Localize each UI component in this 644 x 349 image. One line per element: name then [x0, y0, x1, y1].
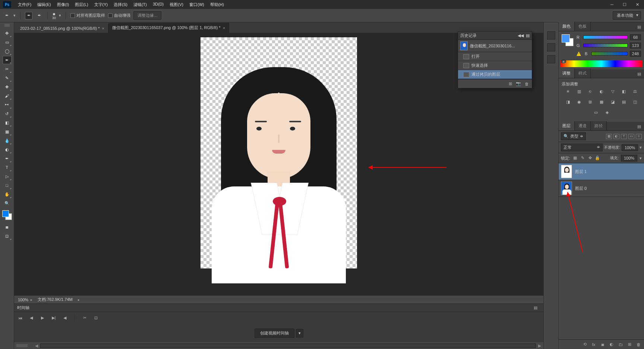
workspace-dropdown[interactable]: 基本功能 [613, 11, 641, 20]
scroll-left-icon[interactable]: ◀ [35, 343, 38, 348]
layer-fx-icon[interactable]: fx [591, 342, 596, 347]
dock-icon-2[interactable] [547, 43, 555, 51]
r-slider[interactable] [583, 35, 628, 39]
color-swatches[interactable] [2, 210, 12, 220]
document-tab-2[interactable]: 微信截图_20230301165037.png @ 100% (图层 1, RG… [108, 23, 229, 33]
maximize-button[interactable]: ☐ [619, 1, 631, 8]
eyedropper-tool[interactable]: ✎ [3, 74, 12, 82]
b-slider[interactable] [591, 52, 628, 56]
tab-color[interactable]: 颜色 [559, 22, 575, 31]
levels-icon[interactable]: ▥ [575, 89, 583, 96]
color-balance-icon[interactable]: ⚖ [631, 89, 639, 96]
filter-smart-icon[interactable]: ◊ [636, 134, 642, 139]
timeline-prev-icon[interactable]: ◀ [28, 315, 34, 320]
lock-transparency-icon[interactable]: ▦ [572, 155, 578, 161]
lasso-tool[interactable]: ◯ [3, 47, 12, 55]
document-tab-1[interactable]: 2023-02-17_085155.png @ 100%(RGB/8) *× [16, 24, 108, 33]
scroll-right-icon[interactable]: ▶ [538, 343, 541, 348]
layer-name[interactable]: 图层 1 [575, 169, 587, 174]
timeline-play-icon[interactable]: ▶ [40, 315, 45, 320]
fill-input[interactable]: 100% [621, 155, 637, 161]
menu-edit[interactable]: 编辑(E) [35, 1, 53, 9]
history-panel[interactable]: 历史记录 ◀◀ ▤ 微信截图_2023030116... 打开 快速选择 通过拷… [458, 31, 532, 88]
menu-select[interactable]: 选择(S) [111, 1, 130, 9]
opacity-input[interactable]: 100% [622, 144, 638, 151]
layer-item-1[interactable]: 👁 图层 1 [559, 163, 644, 180]
layer-thumbnail[interactable] [561, 165, 572, 178]
path-select-tool[interactable]: ▷ [3, 172, 12, 180]
menu-layer[interactable]: 图层(L) [73, 1, 90, 9]
gradient-tool[interactable]: ▦ [3, 128, 12, 136]
stamp-tool[interactable]: ⧿ [3, 101, 12, 109]
close-button[interactable]: ✕ [631, 1, 643, 8]
tab-adjustments[interactable]: 调整 [559, 69, 575, 78]
foreground-color[interactable] [2, 210, 9, 217]
canvas[interactable] [201, 37, 357, 268]
curves-icon[interactable]: ⎋ [587, 89, 594, 96]
adjust-panel-menu-icon[interactable]: ▤ [634, 70, 644, 78]
menu-type[interactable]: 文字(Y) [92, 1, 110, 9]
bottom-scrollbar[interactable]: ◀ ▶ [14, 342, 543, 349]
add-selection-icon[interactable]: ✒ [25, 12, 32, 19]
filter-adjust-icon[interactable]: ◐ [613, 134, 619, 139]
layer-group-icon[interactable]: 🗀 [618, 342, 623, 347]
tool-preset-icon[interactable]: ✒ [3, 12, 10, 19]
shape-tool[interactable]: □ [3, 181, 12, 189]
timeline-menu-icon[interactable]: ▤ [531, 304, 540, 312]
history-snapshot-icon[interactable]: 📷 [516, 81, 521, 86]
lock-all-icon[interactable]: 🔒 [595, 155, 600, 161]
layers-panel-menu-icon[interactable]: ▤ [634, 123, 644, 131]
lock-pixels-icon[interactable]: ✎ [580, 155, 585, 161]
channel-mixer-icon[interactable]: ⊞ [587, 100, 594, 106]
history-new-doc-icon[interactable]: ⊞ [509, 81, 512, 86]
g-slider[interactable] [583, 44, 628, 47]
crop-tool[interactable]: ✂ [3, 65, 12, 73]
r-value[interactable]: 68 [630, 34, 641, 40]
bw-icon[interactable]: ◨ [564, 100, 572, 106]
layer-mask-icon[interactable]: ◙ [600, 342, 605, 347]
sample-all-checkbox[interactable]: 对所有图层取样 [70, 13, 105, 18]
brightness-icon[interactable]: ☀ [564, 89, 572, 96]
history-step-quickselect[interactable]: 快速选择 [458, 61, 532, 70]
history-brush-tool[interactable]: ↺ [3, 110, 12, 118]
tab-channels[interactable]: 通道 [575, 121, 591, 131]
zoom-level[interactable]: 100%▸ [18, 298, 32, 302]
gradient-map-icon[interactable]: ▭ [592, 110, 600, 117]
filter-type-icon[interactable]: T [621, 134, 627, 139]
move-tool[interactable]: ✥ [3, 29, 12, 37]
pen-tool[interactable]: ✒ [3, 154, 12, 163]
color-panel-menu-icon[interactable]: ▤ [634, 23, 644, 31]
history-step-copylayer[interactable]: 通过拷贝的图层 [458, 70, 532, 79]
menu-view[interactable]: 视图(V) [167, 1, 186, 9]
adjustment-layer-icon[interactable]: ◐ [609, 342, 614, 347]
type-tool[interactable]: T [3, 163, 12, 172]
selective-color-icon[interactable]: ◈ [603, 110, 611, 117]
hue-icon[interactable]: ◧ [620, 89, 628, 96]
new-layer-icon[interactable]: ⊞ [627, 342, 632, 347]
color-ramp[interactable] [560, 60, 643, 67]
filter-shape-icon[interactable]: ▭ [628, 134, 634, 139]
tab-layers[interactable]: 图层 [559, 121, 575, 131]
doc-info-menu[interactable]: ▸ [78, 298, 80, 302]
menu-window[interactable]: 窗口(W) [187, 1, 206, 9]
refine-edge-button[interactable]: 调整边缘... [133, 11, 161, 20]
menu-help[interactable]: 帮助(H) [208, 1, 226, 9]
close-tab-icon[interactable]: × [102, 26, 104, 31]
exposure-icon[interactable]: ◐ [598, 89, 605, 96]
g-value[interactable]: 123 [630, 43, 641, 48]
eraser-tool[interactable]: ◧ [3, 119, 12, 127]
dock-icon-3[interactable] [547, 55, 555, 63]
gamut-warning-icon[interactable]: ! [577, 51, 581, 56]
vibrance-icon[interactable]: ▽ [609, 89, 616, 96]
brush-size-picker[interactable]: ● 30 [52, 11, 56, 20]
timeline-first-icon[interactable]: ⏮ [17, 316, 23, 320]
menu-file[interactable]: 文件(F) [16, 1, 34, 9]
history-document[interactable]: 微信截图_2023030116... [458, 40, 532, 52]
filter-pixel-icon[interactable]: ▦ [606, 134, 612, 139]
lookup-icon[interactable]: ▦ [598, 100, 605, 106]
history-collapse-icon[interactable]: ◀◀ [518, 33, 524, 38]
layer-thumbnail[interactable] [561, 182, 572, 195]
marquee-tool[interactable]: ▭ [3, 38, 12, 46]
quickmask-toggle[interactable]: ◙ [3, 223, 12, 231]
timeline-cut-icon[interactable]: ✂ [82, 315, 88, 320]
